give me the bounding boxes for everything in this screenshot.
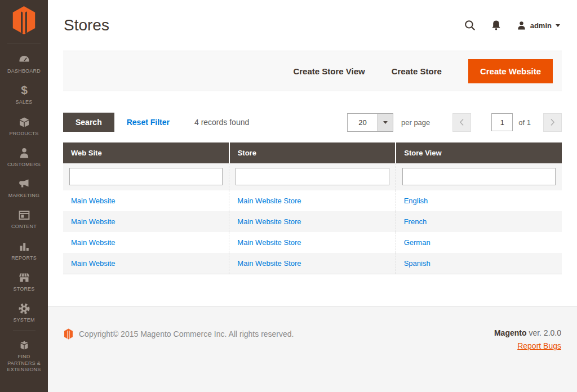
page-header: Stores admin [48, 0, 577, 51]
per-page-label: per page [401, 118, 430, 127]
pagination-controls: 20 per page of 1 [347, 113, 562, 132]
magento-logo-icon[interactable] [11, 0, 37, 43]
sidebar-item-label: SYSTEM [13, 317, 34, 323]
reset-filter-link[interactable]: Reset Filter [127, 118, 170, 127]
sidebar-item-label: PRODUCTS [9, 131, 38, 137]
report-bugs-link[interactable]: Report Bugs [517, 341, 561, 350]
page-number-input[interactable] [491, 113, 513, 131]
column-header-store[interactable]: Store [230, 142, 396, 163]
table-filter-row [63, 163, 562, 190]
filter-cell [396, 163, 562, 190]
extensions-icon [18, 338, 30, 351]
sidebar-item-label: CUSTOMERS [7, 162, 41, 168]
store-link[interactable]: Main Website Store [237, 217, 301, 226]
create-website-button[interactable]: Create Website [468, 59, 553, 83]
sidebar: DASHBOARD $ SALES PRODUCTS CUSTOMERS [0, 0, 48, 392]
store-view-link[interactable]: German [404, 238, 430, 247]
store-view-filter-input[interactable] [402, 168, 556, 185]
sidebar-item-products[interactable]: PRODUCTS [0, 110, 48, 141]
footer-version-block: Magento ver. 2.0.0 Report Bugs [494, 328, 561, 350]
sidebar-item-dashboard[interactable]: DASHBOARD [0, 48, 48, 79]
search-button[interactable]: Search [63, 113, 114, 132]
create-store-button[interactable]: Create Store [392, 66, 442, 76]
chevron-left-icon [459, 118, 464, 126]
web-site-cell: Main Website [63, 190, 229, 211]
notifications-bell-icon[interactable] [491, 20, 501, 31]
web-site-link[interactable]: Main Website [71, 217, 116, 226]
svg-text:$: $ [21, 84, 28, 96]
chevron-down-icon [383, 121, 388, 124]
table-row: Main Website Main Website Store English [63, 190, 562, 211]
sidebar-item-find-partners[interactable]: FIND PARTNERS & EXTENSIONS [0, 333, 48, 377]
main-content: Stores admin [48, 0, 577, 392]
store-view-cell: German [396, 232, 562, 253]
stores-table: Web Site Store Store View Main Website M… [63, 142, 562, 274]
sidebar-item-label: SALES [15, 99, 32, 105]
store-cell: Main Website Store [229, 253, 395, 274]
sidebar-item-marketing[interactable]: MARKETING [0, 172, 48, 203]
sidebar-item-label: DASHBOARD [7, 68, 41, 74]
per-page-select[interactable]: 20 [347, 113, 393, 132]
sidebar-item-stores[interactable]: STORES [0, 266, 48, 297]
column-header-web-site[interactable]: Web Site [63, 142, 229, 163]
chevron-down-icon [556, 24, 560, 27]
store-view-link[interactable]: Spanish [404, 259, 430, 268]
records-found-text: 4 records found [194, 118, 249, 127]
sidebar-item-reports[interactable]: REPORTS [0, 235, 48, 266]
magento-logo-small-icon [64, 328, 73, 340]
web-site-link[interactable]: Main Website [71, 259, 116, 268]
store-view-cell: Spanish [396, 253, 562, 274]
create-store-view-button[interactable]: Create Store View [293, 66, 365, 76]
sidebar-item-system[interactable]: SYSTEM [0, 297, 48, 328]
dashboard-icon [18, 53, 30, 66]
version-text: ver. 2.0.0 [527, 328, 561, 337]
page-of-label: of 1 [518, 118, 531, 127]
previous-page-button[interactable] [452, 113, 471, 132]
store-cell: Main Website Store [229, 232, 395, 253]
system-icon [18, 302, 30, 315]
sidebar-item-sales[interactable]: $ SALES [0, 79, 48, 110]
copyright-text: Copyright© 2015 Magento Commerce Inc. Al… [79, 329, 294, 338]
store-filter-input[interactable] [236, 168, 389, 185]
web-site-cell: Main Website [63, 232, 229, 253]
content-icon [18, 208, 30, 221]
column-header-store-view[interactable]: Store View [396, 142, 562, 163]
store-view-link[interactable]: English [404, 197, 428, 205]
sidebar-item-label: FIND PARTNERS & EXTENSIONS [5, 354, 44, 373]
filter-cell [63, 163, 229, 190]
store-link[interactable]: Main Website Store [237, 259, 301, 268]
reports-icon [18, 240, 30, 253]
sidebar-divider [13, 331, 35, 331]
action-bar: Create Store View Create Store Create We… [63, 51, 562, 91]
web-site-link[interactable]: Main Website [71, 238, 116, 247]
version-line: Magento ver. 2.0.0 [494, 328, 561, 337]
grid-toolbar: Search Reset Filter 4 records found 20 p… [63, 113, 562, 132]
next-page-button[interactable] [543, 113, 562, 132]
store-view-link[interactable]: French [404, 217, 427, 226]
per-page-value: 20 [348, 114, 378, 131]
store-link[interactable]: Main Website Store [237, 238, 301, 247]
web-site-cell: Main Website [63, 211, 229, 232]
store-view-cell: English [396, 190, 562, 211]
web-site-cell: Main Website [63, 253, 229, 274]
products-icon [18, 115, 30, 128]
filter-cell [229, 163, 395, 190]
sidebar-item-label: MARKETING [8, 193, 39, 199]
sidebar-item-customers[interactable]: CUSTOMERS [0, 141, 48, 172]
web-site-link[interactable]: Main Website [71, 197, 116, 205]
table-row: Main Website Main Website Store French [63, 211, 562, 232]
table-row: Main Website Main Website Store German [63, 232, 562, 253]
marketing-icon [18, 177, 30, 190]
admin-username: admin [530, 21, 552, 30]
footer-copyright-block: Copyright© 2015 Magento Commerce Inc. Al… [64, 328, 294, 340]
store-link[interactable]: Main Website Store [237, 197, 301, 205]
sidebar-item-label: CONTENT [11, 224, 37, 230]
search-icon[interactable] [464, 20, 476, 31]
table-row: Main Website Main Website Store Spanish [63, 253, 562, 274]
footer: Copyright© 2015 Magento Commerce Inc. Al… [48, 306, 577, 392]
header-actions: admin [464, 20, 560, 31]
web-site-filter-input[interactable] [69, 168, 223, 185]
sidebar-item-label: REPORTS [11, 255, 37, 261]
sidebar-item-content[interactable]: CONTENT [0, 203, 48, 234]
admin-menu[interactable]: admin [517, 21, 560, 30]
